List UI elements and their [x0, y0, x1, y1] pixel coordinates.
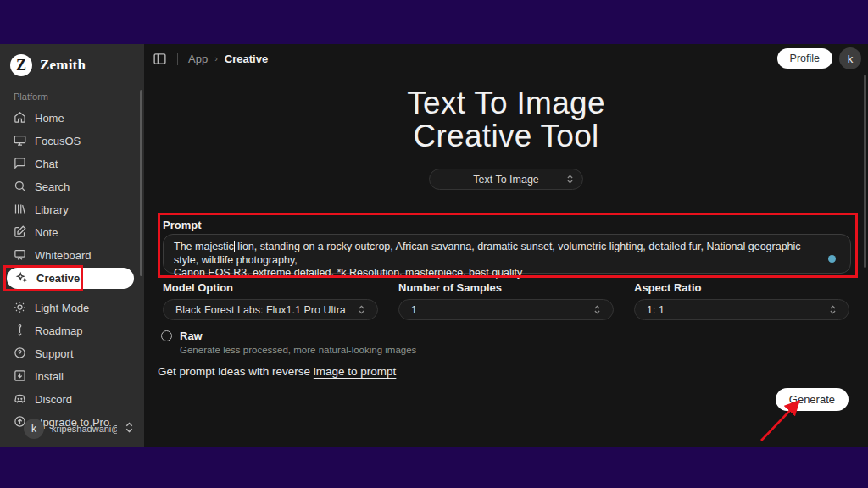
sidebar-item-label: Creative	[36, 272, 80, 285]
sidebar-item-discord[interactable]: Discord	[0, 388, 144, 411]
topbar: App › Creative Profile k	[144, 44, 868, 73]
sidebar-item-note[interactable]: Note	[0, 221, 144, 244]
sidebar-item-search[interactable]: Search	[0, 175, 144, 198]
sidebar-item-label: Roadmap	[35, 324, 82, 337]
sidebar-item-label: Install	[35, 370, 64, 383]
tool-type-select[interactable]: Text To Image	[429, 169, 583, 190]
prompt-text-line1: lion, standing on a rocky outcrop, Afric…	[174, 241, 801, 266]
main-content: App › Creative Profile k Text To Image C…	[144, 44, 868, 447]
aspect-ratio-control: Aspect Ratio 1: 1	[634, 281, 849, 320]
sidebar-item-label: Home	[35, 112, 64, 125]
install-icon	[14, 369, 26, 385]
sidebar-item-whiteboard[interactable]: Whiteboard	[0, 244, 144, 267]
prompt-text-before-caret: The majestic	[174, 241, 234, 252]
breadcrumb-separator-icon: ›	[214, 53, 218, 64]
num-samples-label: Number of Samples	[398, 281, 614, 294]
breadcrumb-page: Creative	[225, 53, 268, 65]
chat-bubble-icon	[14, 157, 26, 172]
chevron-updown-icon	[358, 305, 365, 314]
sidebar-item-light-mode[interactable]: Light Mode	[0, 297, 144, 319]
user-email: kripeshadwani@gmai...	[52, 424, 117, 434]
sidebar-item-label: Light Mode	[35, 302, 89, 314]
sparkles-icon	[15, 271, 28, 286]
chevron-updown-icon	[125, 421, 134, 436]
num-samples-value: 1	[411, 304, 417, 316]
discord-icon	[14, 392, 26, 408]
sun-icon	[14, 301, 26, 316]
breadcrumb-app[interactable]: App	[188, 53, 208, 65]
tool-type-value: Text To Image	[473, 174, 539, 186]
raw-option-label: Raw	[180, 330, 203, 342]
help-circle-icon	[14, 347, 26, 362]
note-edit-icon	[14, 225, 26, 241]
page-title-line2: Creative Tool	[144, 119, 868, 152]
search-icon	[14, 180, 26, 195]
extension-dot-icon[interactable]	[828, 255, 836, 263]
topbar-avatar[interactable]: k	[839, 47, 861, 69]
whiteboard-icon	[14, 248, 26, 263]
sidebar-item-label: Library	[35, 203, 69, 216]
chevron-updown-icon	[566, 175, 574, 184]
sidebar-item-creative[interactable]: Creative	[7, 268, 134, 289]
sidebar-item-support[interactable]: Support	[0, 342, 144, 365]
sidebar-scrollbar[interactable]	[140, 90, 142, 276]
model-option-value: Black Forest Labs: Flux1.1 Pro Ultra	[175, 304, 346, 316]
monitor-icon	[14, 134, 26, 149]
home-icon	[14, 111, 26, 126]
raw-option-row[interactable]: Raw	[161, 330, 203, 342]
brand-logo-icon: Z	[10, 54, 32, 76]
raw-option-description: Generate less processed, more natural-lo…	[180, 345, 416, 355]
sidebar-item-roadmap[interactable]: Roadmap	[0, 319, 144, 342]
sidebar-item-creative-wrap: Creative	[0, 268, 144, 289]
aspect-ratio-value: 1: 1	[647, 304, 665, 316]
reverse-prompt-line: Get prompt ideas with reverse image to p…	[158, 365, 396, 378]
sidebar: Z Zemith Platform Home FocusOS Chat Sear…	[0, 44, 144, 447]
generation-controls: Model Option Black Forest Labs: Flux1.1 …	[163, 281, 849, 320]
chevron-updown-icon	[829, 305, 837, 314]
sidebar-item-label: Note	[35, 226, 58, 239]
prompt-text-line2: Canon EOS R3, extreme detailed, *k Resol…	[174, 267, 522, 279]
brand-name: Zemith	[40, 57, 86, 74]
sidebar-item-chat[interactable]: Chat	[0, 152, 144, 175]
sidebar-toggle-icon[interactable]	[153, 52, 167, 66]
sidebar-item-label: FocusOS	[35, 135, 81, 147]
library-icon	[14, 202, 26, 218]
chevron-updown-icon	[593, 305, 601, 314]
reverse-prompt-text: Get prompt ideas with reverse	[158, 365, 314, 378]
app-window: Z Zemith Platform Home FocusOS Chat Sear…	[0, 44, 868, 447]
model-option-label: Model Option	[163, 281, 378, 294]
roadmap-icon	[14, 324, 26, 339]
num-samples-select[interactable]: 1	[398, 299, 614, 320]
image-to-prompt-link[interactable]: image to prompt	[314, 365, 397, 378]
generate-button[interactable]: Generate	[776, 388, 849, 411]
user-account-row[interactable]: k kripeshadwani@gmai...	[0, 419, 144, 439]
prompt-textarea[interactable]: The majestic lion, standing on a rocky o…	[163, 234, 851, 274]
sidebar-item-install[interactable]: Install	[0, 365, 144, 388]
sidebar-section-label: Platform	[0, 81, 144, 107]
profile-button[interactable]: Profile	[777, 48, 832, 69]
aspect-ratio-select[interactable]: 1: 1	[634, 299, 849, 320]
sidebar-item-label: Search	[35, 180, 70, 193]
page-title: Text To Image Creative Tool	[144, 86, 868, 152]
model-option-control: Model Option Black Forest Labs: Flux1.1 …	[163, 281, 378, 320]
model-option-select[interactable]: Black Forest Labs: Flux1.1 Pro Ultra	[163, 299, 378, 320]
num-samples-control: Number of Samples 1	[398, 281, 614, 320]
sidebar-item-home[interactable]: Home	[0, 107, 144, 130]
sidebar-item-library[interactable]: Library	[0, 198, 144, 221]
page-title-line1: Text To Image	[144, 86, 868, 119]
sidebar-item-label: Chat	[35, 158, 58, 170]
raw-radio-button[interactable]	[161, 330, 172, 341]
sidebar-item-label: Whiteboard	[35, 249, 91, 262]
user-avatar: k	[24, 419, 44, 439]
aspect-ratio-label: Aspect Ratio	[634, 281, 849, 294]
main-scrollbar[interactable]	[864, 75, 866, 268]
sidebar-item-focusos[interactable]: FocusOS	[0, 130, 144, 152]
brand-logo[interactable]: Z Zemith	[0, 44, 144, 81]
topbar-divider	[177, 53, 178, 65]
prompt-label: Prompt	[163, 219, 202, 231]
sidebar-item-label: Support	[35, 347, 74, 360]
sidebar-item-label: Discord	[35, 393, 72, 406]
